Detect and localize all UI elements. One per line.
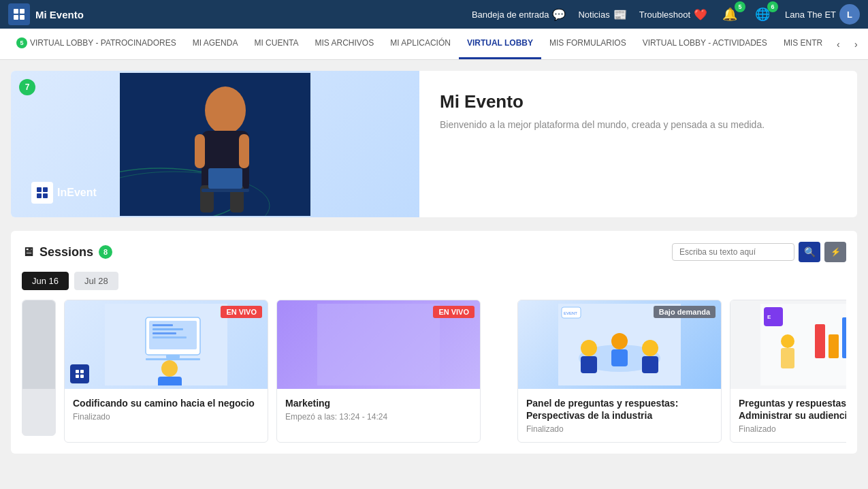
svg-rect-27 [146,358,200,360]
hero-text: Mi Evento Bienvenido a la mejor platafor… [419,71,857,217]
subnav-item-app[interactable]: MI APLICACIÓN [382,29,459,59]
subnav-badge-1: 5 [16,37,27,48]
subnav-item-virtual-lobby[interactable]: VIRTUAL LOBBY [459,29,541,59]
session-time-1: Empezó a las: 13:24 - 14:24 [285,412,472,422]
sessions-header: 🖥 Sessions 8 🔍 ⚡ [22,242,846,262]
globe-nav-item[interactable]: 🌐 6 [752,7,773,22]
svg-rect-38 [581,356,597,373]
sessions-label: Sessions [39,245,93,259]
subnav-label-4: MI APLICACIÓN [390,38,451,48]
subnav-arrows: ‹ › [831,29,866,59]
inbox-nav-item[interactable]: Bandeja de entrada 💬 [472,8,566,21]
troubleshoot-nav-item[interactable]: Troubleshoot ❤️ [639,8,707,21]
session-thumb-2: EVENT Bajo demanda [518,300,721,389]
news-nav-item[interactable]: Noticias 📰 [578,8,626,21]
svg-point-51 [781,334,794,348]
session-card-body-3: Preguntas y respuestas: Administrar su a… [730,389,846,442]
subnav-label-8: MIS ENTR [784,38,822,48]
session-card-1[interactable]: EN VIVO Marketing Empezó a las: 13:24 - … [276,300,481,443]
svg-rect-42 [642,356,658,373]
svg-point-39 [611,333,628,349]
filter-button[interactable]: ⚡ [824,242,846,262]
session-thumb-3: E Finalizado [730,300,846,389]
session-status-badge-1: EN VIVO [433,306,475,318]
svg-rect-48 [815,324,825,358]
notifications-badge: 5 [735,1,745,12]
svg-point-7 [205,86,246,134]
inbox-icon: 💬 [552,8,566,21]
session-illustration-3: E [760,304,846,385]
subnav-item-forms[interactable]: MIS FORMULARIOS [541,29,634,59]
subnav-label-3: MIS ARCHIVOS [315,38,374,48]
user-nav-item[interactable]: Lana The ET L [785,4,860,25]
svg-rect-22 [152,324,173,326]
session-card-body-0: Codificando su camino hacia el negocio F… [65,389,268,430]
session-card-2[interactable]: EVENT Bajo demanda Panel de preguntas y … [517,300,722,443]
svg-rect-31 [80,370,84,373]
subnav-item-account[interactable]: MI CUENTA [246,29,306,59]
sessions-grid: EN VIVO Codificando su camino hacia el n… [22,300,846,443]
hero-illustration [120,73,310,216]
hero-subtitle: Bienvenido a la mejor plataforma del mun… [440,119,837,130]
troubleshoot-icon: ❤️ [694,8,707,21]
svg-rect-29 [158,377,182,385]
session-status-2: Finalizado [526,424,713,434]
svg-rect-32 [76,375,79,378]
date-tabs: Jun 16 Jul 28 [22,272,846,290]
svg-rect-24 [152,332,176,334]
session-title-3: Preguntas y respuestas: Administrar su a… [739,397,846,422]
news-icon: 📰 [613,8,627,21]
subnav-label-7: VIRTUAL LOBBY - ACTIVIDADES [643,38,767,48]
sub-navigation: 5 VIRTUAL LOBBY - PATROCINADORES MI AGEN… [0,29,868,60]
session-thumb-0: EN VIVO [65,300,268,389]
svg-rect-33 [80,375,84,378]
app-name: Mi Evento [35,9,84,20]
main-content: 7 [0,60,868,464]
svg-rect-9 [195,134,205,168]
app-logo[interactable]: Mi Evento [8,3,84,25]
session-status-0: Finalizado [73,412,259,422]
search-button[interactable]: 🔍 [799,242,820,262]
subnav-prev-arrow[interactable]: ‹ [831,37,846,52]
svg-rect-49 [829,334,839,358]
svg-rect-10 [239,134,249,168]
session-card-3[interactable]: E Finalizado [730,300,846,443]
hero-title: Mi Evento [440,91,837,112]
subnav-item-files[interactable]: MIS ARCHIVOS [307,29,383,59]
filter-icon: ⚡ [831,247,841,257]
date-tab-0[interactable]: Jun 16 [22,272,69,290]
subnav-label-2: MI CUENTA [254,38,298,48]
svg-rect-50 [842,317,846,358]
subnav-item-lobby-activities[interactable]: VIRTUAL LOBBY - ACTIVIDADES [634,29,775,59]
session-card-0[interactable]: EN VIVO Codificando su camino hacia el n… [64,300,268,443]
session-card-partial-left [22,300,56,436]
subnav-next-arrow[interactable]: › [848,37,863,52]
svg-rect-30 [76,370,79,373]
hero-badge: 7 [19,79,35,95]
notifications-nav-item[interactable]: 🔔 5 [720,7,740,22]
svg-text:E: E [767,314,771,320]
subnav-item-agenda[interactable]: MI AGENDA [184,29,246,59]
svg-rect-34 [317,304,440,385]
sessions-badge: 8 [99,245,112,259]
session-illustration-1 [317,304,440,385]
inevent-brand-name: InEvent [57,187,97,199]
hero-section: 7 [11,71,857,217]
svg-rect-52 [781,348,794,368]
subnav-label-6: MIS FORMULARIOS [549,38,626,48]
svg-rect-18 [43,193,48,198]
date-tab-1[interactable]: Jul 28 [74,272,118,290]
session-card-body-2: Panel de preguntas y respuestas: Perspec… [518,389,721,442]
troubleshoot-label: Troubleshoot [639,10,690,20]
subnav-item-entries[interactable]: MIS ENTR [775,29,831,59]
sessions-section: 🖥 Sessions 8 🔍 ⚡ Jun 16 Jul 28 [11,231,857,454]
svg-rect-23 [152,328,183,330]
search-input[interactable] [672,243,794,261]
subnav-item-lobby-sponsors[interactable]: 5 VIRTUAL LOBBY - PATROCINADORES [5,29,184,59]
session-status-3: Finalizado [739,424,846,434]
date-tab-label-0: Jun 16 [32,276,59,286]
svg-rect-2 [14,15,18,20]
session-illustration-0 [105,304,227,385]
session-title-0: Codificando su camino hacia el negocio [73,397,259,409]
logo-icon [8,3,30,25]
